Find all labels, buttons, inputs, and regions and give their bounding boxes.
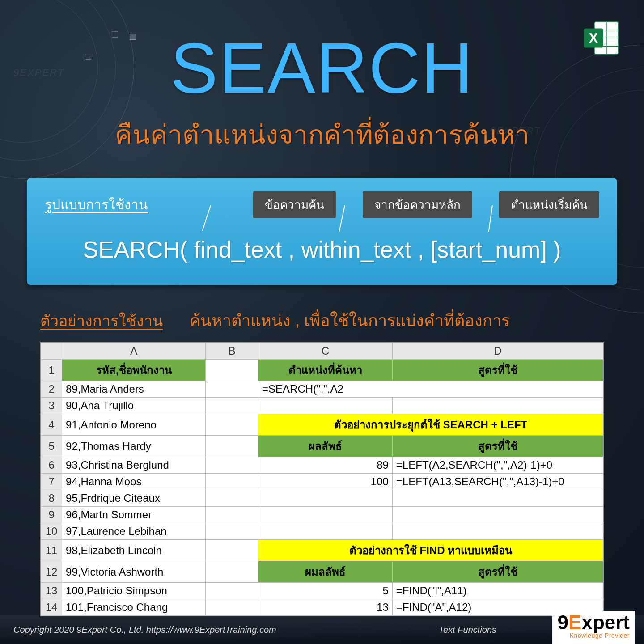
cell — [258, 398, 393, 414]
callout-within-text: จากข้อความหลัก — [363, 191, 472, 218]
cell — [206, 436, 258, 457]
table-header: ผลลัพธ์ — [258, 436, 393, 457]
formula-cell: =LEFT(A13,SEARCH(",",A13)-1)+0 — [392, 474, 603, 490]
cell — [392, 523, 603, 540]
decorative-square — [85, 54, 91, 60]
spreadsheet-example: A B C D 1 รหัส,ชื่อพนักงาน ตำแหน่งที่ค้น… — [40, 342, 604, 616]
row-header: 3 — [41, 398, 62, 414]
category-label: Text Functions — [439, 625, 496, 635]
callout-start-num: ตำแหน่งเริ่มค้น — [499, 191, 599, 218]
callout-find-text: ข้อความค้น — [253, 191, 336, 218]
example-description: ค้นหาตำแหน่ง , เพื่อใช้ในการแบ่งคำที่ต้อ… — [190, 308, 510, 333]
cell — [206, 360, 258, 381]
cell — [392, 490, 603, 507]
usage-label: รูปแบบการใช้งาน — [45, 194, 148, 215]
col-header-d: D — [392, 343, 603, 360]
cell — [206, 414, 258, 436]
copyright-text: Copyright 2020 9Expert Co., Ltd. https:/… — [13, 625, 276, 635]
col-header-b: B — [206, 343, 258, 360]
row-header: 11 — [41, 540, 62, 561]
row-header: 1 — [41, 360, 62, 381]
cell — [206, 490, 258, 507]
table-header: สูตรที่ใช้ — [392, 436, 603, 457]
syntax-formula: SEARCH( find_text , within_text , [start… — [45, 236, 599, 263]
cell — [258, 523, 393, 540]
cell: 95,Frdrique Citeaux — [62, 490, 206, 507]
row-header: 9 — [41, 507, 62, 523]
result-cell: 89 — [258, 457, 393, 474]
corner-cell — [41, 343, 62, 360]
row-header: 12 — [41, 561, 62, 583]
cell: 100,Patricio Simpson — [62, 583, 206, 599]
example-label: ตัวอย่างการใช้งาน — [40, 309, 163, 333]
cell: 93,Christina Berglund — [62, 457, 206, 474]
excel-icon: X — [581, 18, 622, 58]
table-header: รหัส,ชื่อพนักงาน — [62, 360, 206, 381]
syntax-panel: รูปแบบการใช้งาน ข้อความค้น จากข้อความหลั… — [27, 178, 617, 285]
cell: 92,Thomas Hardy — [62, 436, 206, 457]
cell: 94,Hanna Moos — [62, 474, 206, 490]
section-header: ตัวอย่างการประยุกต์ใช้ SEARCH + LEFT — [258, 414, 603, 436]
table-header: สูตรที่ใช้ — [392, 561, 603, 583]
cell: 99,Victoria Ashworth — [62, 561, 206, 583]
cell — [206, 561, 258, 583]
svg-text:X: X — [589, 30, 598, 46]
cell: 89,Maria Anders — [62, 381, 206, 398]
cell — [206, 583, 258, 599]
result-cell: 5 — [258, 583, 393, 599]
cell — [392, 398, 603, 414]
table-header: สูตรที่ใช้ — [392, 360, 603, 381]
cell — [206, 398, 258, 414]
result-cell: 100 — [258, 474, 393, 490]
cell — [206, 599, 258, 616]
watermark-text: 9EXPERT — [490, 125, 541, 137]
brand-logo: 9Expert Knowledge Provider — [552, 611, 635, 644]
row-header: 7 — [41, 474, 62, 490]
footer: Copyright 2020 9Expert Co., Ltd. https:/… — [0, 615, 644, 644]
formula-cell: =FIND("l",A11) — [392, 583, 603, 599]
row-header: 6 — [41, 457, 62, 474]
cell: 90,Ana Trujillo — [62, 398, 206, 414]
decorative-square — [112, 31, 118, 38]
table-header: ตำแหน่งที่ค้นหา — [258, 360, 393, 381]
col-header-c: C — [258, 343, 393, 360]
cell — [392, 507, 603, 523]
cell — [258, 490, 393, 507]
cell: 101,Francisco Chang — [62, 599, 206, 616]
cell: 97,Laurence Lebihan — [62, 523, 206, 540]
cell — [206, 474, 258, 490]
row-header: 10 — [41, 523, 62, 540]
row-header: 14 — [41, 599, 62, 616]
table-header: ผมลลัพธ์ — [258, 561, 393, 583]
row-header: 4 — [41, 414, 62, 436]
cell: 96,Martn Sommer — [62, 507, 206, 523]
result-cell: 13 — [258, 599, 393, 616]
formula-cell: =SEARCH(",",A2 — [258, 381, 603, 398]
cell — [206, 523, 258, 540]
cell: 98,Elizabeth Lincoln — [62, 540, 206, 561]
row-header: 2 — [41, 381, 62, 398]
section-header: ตัวอย่างการใช้ FIND หาแบบเหมือน — [258, 540, 603, 561]
cell — [206, 540, 258, 561]
cell: 91,Antonio Moreno — [62, 414, 206, 436]
decorative-square — [130, 34, 136, 40]
cell — [206, 381, 258, 398]
formula-cell: =LEFT(A2,SEARCH(",",A2)-1)+0 — [392, 457, 603, 474]
row-header: 8 — [41, 490, 62, 507]
cell — [206, 507, 258, 523]
cell — [206, 457, 258, 474]
row-header: 5 — [41, 436, 62, 457]
col-header-a: A — [62, 343, 206, 360]
watermark-text: 9EXPERT — [13, 67, 64, 79]
cell — [258, 507, 393, 523]
row-header: 13 — [41, 583, 62, 599]
